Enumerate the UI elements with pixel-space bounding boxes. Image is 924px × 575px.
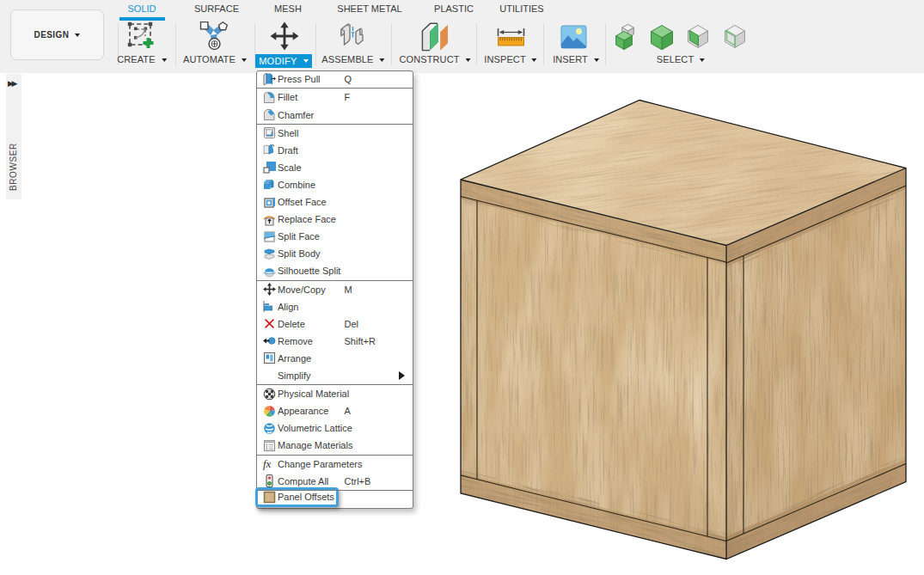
- svg-text:fx: fx: [263, 457, 272, 470]
